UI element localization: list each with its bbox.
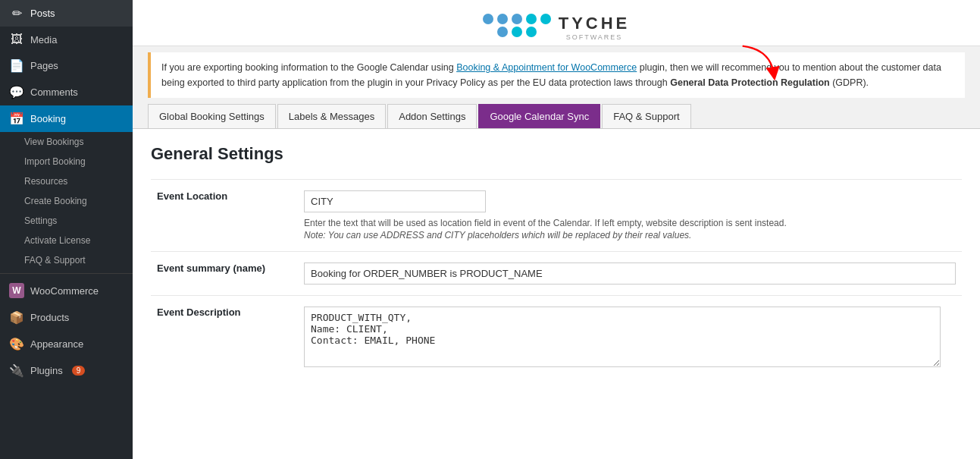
logo-subtitle: SOFTWARES [566,33,623,41]
logo-text: TYCHE SOFTWARES [559,14,631,41]
plugins-badge: 9 [72,366,86,376]
main-content: TYCHE SOFTWARES If you are exporting boo… [133,0,980,459]
booking-icon: 📅 [9,112,24,126]
event-location-label: Event Location [151,180,298,252]
dot-6 [497,27,508,37]
sidebar-item-label: Plugins [30,365,63,376]
notice-wrapper: If you are exporting booking information… [133,46,980,98]
dot-3 [512,14,522,24]
tab-faq-support[interactable]: FAQ & Support [602,104,690,128]
notice-text-end: (GDPR). [830,77,869,88]
divider [0,273,133,274]
sidebar-item-label: Pages [30,60,58,71]
tab-google-calendar-sync[interactable]: Google Calendar Sync [478,104,600,128]
sidebar-item-pages[interactable]: 📄 Pages [0,52,133,79]
event-summary-value [298,252,962,296]
event-summary-label: Event summary (name) [151,252,298,296]
tab-global-booking-settings[interactable]: Global Booking Settings [148,104,276,128]
sidebar-item-label: WooCommerce [30,285,99,297]
pages-icon: 📄 [9,58,24,73]
dot-4 [526,14,537,24]
section-title: General Settings [151,144,962,164]
notice-box: If you are exporting booking information… [148,52,965,98]
sidebar-item-label: Posts [30,8,55,19]
settings-content: General Settings Event Location Enter th… [133,129,980,459]
sidebar-item-label: Products [30,312,69,323]
event-description-label: Event Description [151,296,298,381]
event-location-note: Note: You can use ADDRESS and CITY place… [304,230,956,241]
sidebar-item-plugins[interactable]: 🔌 Plugins 9 [0,357,133,384]
dot-8 [526,27,537,37]
dot-1 [483,14,493,24]
sidebar-item-media[interactable]: 🖼 Media [0,27,133,52]
sidebar-sub-view-bookings[interactable]: View Bookings [0,132,133,152]
sidebar-sub-import-booking[interactable]: Import Booking [0,152,133,171]
table-row-event-summary: Event summary (name) [151,252,962,296]
table-row-event-location: Event Location Enter the text that will … [151,180,962,252]
logo-area: TYCHE SOFTWARES [148,8,965,46]
logo-title: TYCHE [559,14,631,33]
plugins-icon: 🔌 [9,363,24,378]
sidebar-item-label: Appearance [30,338,83,350]
notice-link[interactable]: Booking & Appointment for WooCommerce [456,62,637,73]
sidebar-item-label: Booking [30,113,66,124]
booking-submenu: View Bookings Import Booking Resources C… [0,132,133,270]
appearance-icon: 🎨 [9,337,24,351]
woocommerce-icon: W [9,283,24,298]
logo-dots [483,14,551,41]
products-icon: 📦 [9,310,24,325]
sidebar-item-label: Comments [30,86,78,98]
top-area: TYCHE SOFTWARES [133,0,980,46]
event-location-desc: Enter the text that will be used as loca… [304,216,956,230]
event-summary-input[interactable] [304,263,956,285]
sidebar-item-comments[interactable]: 💬 Comments [0,79,133,105]
event-description-textarea[interactable]: PRODUCT_WITH_QTY, Name: CLIENT, Contact:… [304,307,941,367]
media-icon: 🖼 [9,33,24,46]
sidebar-sub-activate-license[interactable]: Activate License [0,231,133,250]
sidebar-item-booking[interactable]: 📅 Booking [0,105,133,132]
notice-text-before: If you are exporting booking information… [161,62,456,73]
tab-labels-messages[interactable]: Labels & Messages [277,104,386,128]
settings-table: Event Location Enter the text that will … [151,179,962,380]
event-description-value: PRODUCT_WITH_QTY, Name: CLIENT, Contact:… [298,296,962,381]
sidebar-item-label: Media [30,34,57,46]
dot-2 [497,14,508,24]
event-location-input[interactable] [304,190,486,212]
dot-7 [512,27,522,37]
sidebar: ✏ Posts 🖼 Media 📄 Pages 💬 Comments 📅 Boo… [0,0,133,459]
sidebar-item-products[interactable]: 📦 Products [0,304,133,331]
tab-addon-settings[interactable]: Addon Settings [387,104,477,128]
sidebar-sub-settings[interactable]: Settings [0,211,133,231]
sidebar-item-posts[interactable]: ✏ Posts [0,0,133,27]
posts-icon: ✏ [9,6,24,20]
sidebar-item-woocommerce[interactable]: W WooCommerce [0,277,133,304]
table-row-event-description: Event Description PRODUCT_WITH_QTY, Name… [151,296,962,381]
sidebar-sub-create-booking[interactable]: Create Booking [0,191,133,211]
sidebar-item-appearance[interactable]: 🎨 Appearance [0,331,133,357]
tabs-bar: Global Booking Settings Labels & Message… [133,104,980,129]
event-location-value: Enter the text that will be used as loca… [298,180,962,252]
sidebar-sub-faq-support[interactable]: FAQ & Support [0,250,133,270]
comments-icon: 💬 [9,85,24,99]
dot-5 [540,14,551,24]
sidebar-sub-resources[interactable]: Resources [0,171,133,191]
notice-bold: General Data Protection Regulation [670,77,829,88]
